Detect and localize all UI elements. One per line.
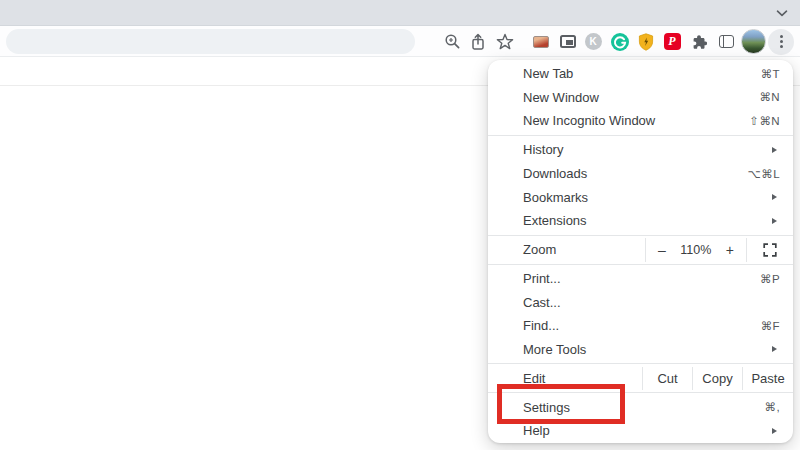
menu-item-more-tools[interactable]: More Tools xyxy=(488,338,793,362)
menu-item-extensions[interactable]: Extensions xyxy=(488,209,793,233)
menu-item-label: Downloads xyxy=(523,166,748,181)
menu-item-label: New Window xyxy=(523,90,759,105)
menu-item-find[interactable]: Find... ⌘F xyxy=(488,314,793,338)
submenu-arrow-icon xyxy=(772,147,777,153)
menu-item-label: New Tab xyxy=(523,66,761,81)
menu-item-edit: Edit Cut Copy Paste xyxy=(488,367,793,391)
browser-window: K P xyxy=(0,0,800,450)
screenshot-extension-icon[interactable] xyxy=(529,29,553,54)
zoom-out-button[interactable]: – xyxy=(658,243,666,257)
edit-label: Edit xyxy=(488,367,642,391)
menu-item-shortcut: ⌘T xyxy=(761,67,780,81)
menu-item-new-tab[interactable]: New Tab ⌘T xyxy=(488,62,793,86)
menu-item-zoom: Zoom – 110% + xyxy=(488,238,793,262)
pinterest-icon[interactable]: P xyxy=(660,29,684,54)
menu-item-label: More Tools xyxy=(523,342,772,357)
menu-item-shortcut: ⌥⌘L xyxy=(748,167,780,181)
menu-item-label: Find... xyxy=(523,318,761,333)
pinterest-letter: P xyxy=(668,34,675,49)
menu-item-help[interactable]: Help xyxy=(488,419,793,443)
menu-item-cast[interactable]: Cast... xyxy=(488,290,793,314)
zoom-level-value: 110% xyxy=(680,243,711,257)
menu-separator xyxy=(488,363,793,364)
profile-avatar[interactable] xyxy=(740,29,766,54)
menu-item-shortcut: ⌘, xyxy=(765,400,781,414)
fullscreen-icon xyxy=(763,243,777,257)
copy-button[interactable]: Copy xyxy=(692,367,742,391)
menu-separator xyxy=(488,135,793,136)
menu-separator xyxy=(488,235,793,236)
menu-item-label: Print... xyxy=(523,271,760,286)
address-bar[interactable] xyxy=(6,29,415,54)
k-badge-extension-icon[interactable]: K xyxy=(581,29,605,54)
menu-item-shortcut: ⌘P xyxy=(760,272,780,286)
menu-item-history[interactable]: History xyxy=(488,138,793,162)
chevron-down-icon[interactable] xyxy=(775,7,789,19)
bookmark-star-icon[interactable] xyxy=(493,29,517,54)
menu-item-bookmarks[interactable]: Bookmarks xyxy=(488,185,793,209)
zoom-label: Zoom xyxy=(488,238,645,262)
menu-item-label: New Incognito Window xyxy=(523,113,749,128)
zoom-in-button[interactable]: + xyxy=(726,243,734,257)
three-dot-menu-icon[interactable] xyxy=(768,29,794,55)
browser-toolbar: K P xyxy=(0,26,800,57)
submenu-arrow-icon xyxy=(772,346,777,352)
paste-button[interactable]: Paste xyxy=(742,367,793,391)
fullscreen-button[interactable] xyxy=(747,238,793,262)
zoom-in-icon[interactable] xyxy=(440,29,464,54)
menu-item-downloads[interactable]: Downloads ⌥⌘L xyxy=(488,162,793,186)
menu-item-label: Help xyxy=(523,423,772,438)
menu-item-label: Cast... xyxy=(523,295,780,310)
k-badge-letter: K xyxy=(589,36,596,47)
share-icon[interactable] xyxy=(466,29,490,54)
menu-item-label: Bookmarks xyxy=(523,190,772,205)
menu-item-label: Settings xyxy=(523,400,765,415)
menu-item-shortcut: ⌘N xyxy=(759,90,780,104)
zoom-controls: – 110% + xyxy=(645,238,747,262)
tab-strip xyxy=(0,0,800,26)
cut-button[interactable]: Cut xyxy=(642,367,692,391)
browser-menu-button[interactable] xyxy=(768,29,794,54)
grammarly-icon[interactable] xyxy=(608,29,632,54)
chrome-menu: New Tab ⌘T New Window ⌘N New Incognito W… xyxy=(488,60,793,443)
menu-item-new-window[interactable]: New Window ⌘N xyxy=(488,86,793,110)
submenu-arrow-icon xyxy=(772,194,777,200)
extensions-puzzle-icon[interactable] xyxy=(687,29,711,54)
menu-item-label: History xyxy=(523,142,772,157)
picture-in-picture-icon[interactable] xyxy=(556,29,580,54)
menu-item-new-incognito-window[interactable]: New Incognito Window ⇧⌘N xyxy=(488,109,793,133)
menu-separator xyxy=(488,264,793,265)
gold-shield-extension-icon[interactable] xyxy=(634,29,658,54)
menu-item-shortcut: ⌘F xyxy=(761,319,780,333)
menu-item-shortcut: ⇧⌘N xyxy=(749,114,780,128)
menu-separator xyxy=(488,392,793,393)
menu-item-print[interactable]: Print... ⌘P xyxy=(488,267,793,291)
menu-item-label: Extensions xyxy=(523,213,772,228)
submenu-arrow-icon xyxy=(772,218,777,224)
submenu-arrow-icon xyxy=(772,428,777,434)
side-panel-icon[interactable] xyxy=(714,29,738,54)
menu-item-settings[interactable]: Settings ⌘, xyxy=(488,396,793,420)
